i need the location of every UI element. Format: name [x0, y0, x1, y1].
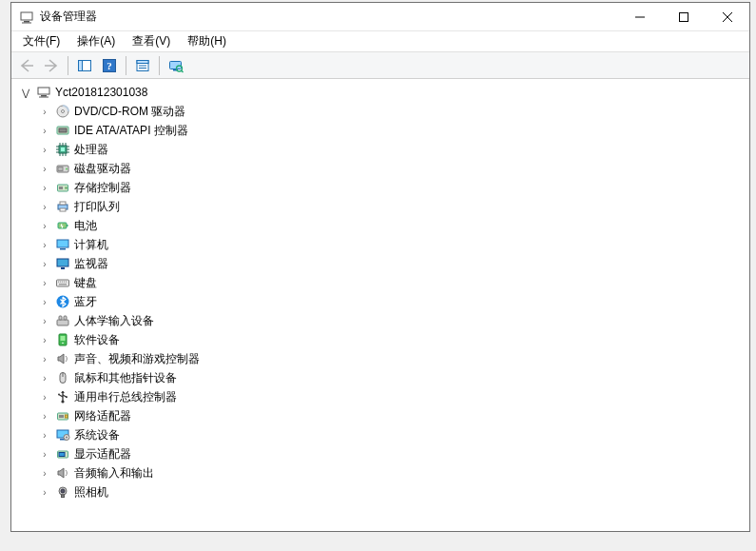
- svg-rect-2: [22, 22, 31, 23]
- tree-item[interactable]: ›鼠标和其他指针设备: [11, 368, 749, 387]
- expand-toggle[interactable]: ›: [38, 373, 51, 384]
- tree-item-label: 网络适配器: [74, 408, 131, 424]
- tree-item-label: 键盘: [74, 275, 97, 291]
- expand-toggle[interactable]: ›: [38, 487, 51, 498]
- expand-toggle[interactable]: ›: [38, 335, 51, 345]
- sound-icon: [55, 351, 70, 366]
- tree-item[interactable]: ›软件设备: [11, 330, 749, 349]
- scan-hardware-button[interactable]: [165, 54, 187, 77]
- tree-item-label: 蓝牙: [74, 294, 97, 310]
- maximize-button[interactable]: [662, 3, 706, 30]
- svg-point-85: [61, 489, 65, 493]
- tree-root-row[interactable]: ⋁ Yct201812301038: [11, 83, 749, 102]
- device-tree[interactable]: ⋁ Yct201812301038 ›DVD/CD-ROM 驱动器›IDE AT…: [11, 79, 749, 531]
- expand-toggle[interactable]: ›: [38, 354, 51, 364]
- tree-item[interactable]: ›网络适配器: [11, 406, 749, 425]
- tree-item[interactable]: ›系统设备: [11, 425, 749, 444]
- tree-item-label: 声音、视频和游戏控制器: [74, 351, 200, 367]
- expand-toggle[interactable]: ›: [38, 468, 51, 479]
- svg-rect-48: [60, 208, 66, 211]
- tree-item[interactable]: ›键盘: [11, 273, 749, 292]
- expand-toggle[interactable]: ›: [38, 164, 51, 174]
- tree-item[interactable]: ›声音、视频和游戏控制器: [11, 349, 749, 368]
- svg-point-23: [62, 110, 65, 113]
- expand-toggle[interactable]: ›: [38, 430, 51, 441]
- svg-rect-83: [59, 453, 65, 457]
- tree-item-label: 打印队列: [74, 199, 120, 215]
- tree-item[interactable]: ›照相机: [11, 482, 749, 502]
- expand-toggle[interactable]: ›: [38, 126, 51, 136]
- svg-rect-63: [57, 320, 68, 325]
- forward-button[interactable]: [40, 54, 63, 77]
- svg-rect-12: [137, 60, 148, 63]
- expand-toggle[interactable]: ›: [38, 449, 51, 460]
- svg-rect-8: [79, 60, 83, 70]
- expand-toggle[interactable]: ›: [38, 202, 51, 212]
- tree-item[interactable]: ›处理器: [11, 140, 749, 159]
- tree-item[interactable]: ›显示适配器: [11, 444, 749, 463]
- tree-item-label: IDE ATA/ATAPI 控制器: [74, 123, 188, 139]
- expand-toggle[interactable]: ›: [38, 259, 51, 269]
- tree-root-label: Yct201812301038: [55, 86, 147, 99]
- disc-icon: [55, 104, 70, 119]
- window-title: 设备管理器: [40, 9, 618, 25]
- toolbar-separator: [126, 56, 126, 75]
- expand-toggle[interactable]: ›: [38, 221, 51, 231]
- tree-item[interactable]: ›存储控制器: [11, 178, 749, 197]
- svg-point-68: [62, 343, 64, 344]
- system-icon: [55, 427, 70, 443]
- tree-item[interactable]: ›电池: [11, 216, 749, 235]
- help-button[interactable]: ?: [98, 54, 121, 77]
- svg-rect-25: [59, 128, 67, 132]
- properties-icon: [135, 58, 150, 73]
- back-button[interactable]: [15, 54, 38, 77]
- toolbar: ?: [11, 52, 749, 79]
- menu-action[interactable]: 操作(A): [69, 31, 123, 51]
- device-manager-window: 设备管理器 文件(F) 操作(A) 查看(V) 帮助(H) ?: [10, 2, 750, 532]
- tree-item[interactable]: ›磁盘驱动器: [11, 159, 749, 178]
- menu-help[interactable]: 帮助(H): [180, 31, 234, 51]
- svg-rect-4: [680, 12, 688, 21]
- app-icon: [19, 10, 34, 25]
- expand-toggle[interactable]: ›: [38, 411, 51, 422]
- display-icon: [55, 446, 70, 462]
- expand-toggle[interactable]: ⋁: [19, 88, 32, 98]
- ide-icon: [55, 123, 70, 138]
- tree-item[interactable]: ›人体学输入设备: [11, 311, 749, 330]
- tree-item[interactable]: ›蓝牙: [11, 292, 749, 311]
- tree-item-label: 存储控制器: [74, 180, 131, 196]
- tree-item-label: 软件设备: [74, 332, 120, 348]
- tree-item[interactable]: ›IDE ATA/ATAPI 控制器: [11, 121, 749, 140]
- expand-toggle[interactable]: ›: [38, 297, 51, 307]
- menu-file[interactable]: 文件(F): [15, 31, 68, 51]
- expand-toggle[interactable]: ›: [38, 183, 51, 193]
- close-button[interactable]: [706, 3, 749, 30]
- computer-root-icon: [36, 85, 51, 100]
- svg-point-41: [66, 168, 68, 170]
- svg-rect-64: [59, 316, 62, 320]
- menu-view[interactable]: 查看(V): [125, 31, 178, 51]
- printer-icon: [55, 199, 70, 214]
- tree-item[interactable]: ›DVD/CD-ROM 驱动器: [11, 102, 749, 121]
- tree-item[interactable]: ›通用串行总线控制器: [11, 387, 749, 406]
- tree-item[interactable]: ›音频输入和输出: [11, 463, 749, 482]
- bluetooth-icon: [55, 294, 70, 309]
- expand-toggle[interactable]: ›: [38, 107, 51, 117]
- svg-text:?: ?: [107, 60, 112, 71]
- tree-item[interactable]: ›打印队列: [11, 197, 749, 216]
- svg-rect-27: [61, 148, 65, 151]
- svg-rect-52: [60, 248, 66, 250]
- software-icon: [55, 332, 70, 347]
- show-hide-tree-button[interactable]: [73, 54, 96, 77]
- properties-button[interactable]: [131, 54, 154, 77]
- svg-point-73: [58, 394, 60, 396]
- expand-toggle[interactable]: ›: [38, 316, 51, 326]
- tree-item[interactable]: ›监视器: [11, 254, 749, 273]
- expand-toggle[interactable]: ›: [38, 240, 51, 250]
- expand-toggle[interactable]: ›: [38, 278, 51, 288]
- tree-item[interactable]: ›计算机: [11, 235, 749, 254]
- expand-toggle[interactable]: ›: [38, 145, 51, 155]
- minimize-button[interactable]: [618, 3, 662, 30]
- tree-item-label: 处理器: [74, 142, 108, 158]
- expand-toggle[interactable]: ›: [38, 392, 51, 403]
